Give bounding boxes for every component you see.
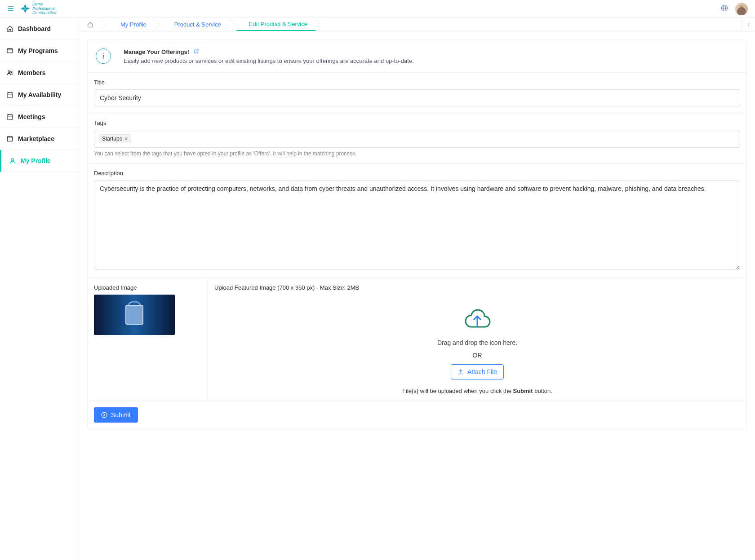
- cloud-upload-icon: [462, 307, 493, 333]
- sidebar-item-label: My Availability: [18, 91, 61, 98]
- breadcrumb-my-profile[interactable]: My Profile: [108, 18, 155, 31]
- main-content: My Profile Product & Service Edit Produc…: [79, 18, 755, 560]
- sidebar-item-meetings[interactable]: Meetings: [0, 106, 79, 128]
- svg-rect-6: [7, 49, 13, 53]
- user-avatar[interactable]: [735, 3, 748, 15]
- info-title: Manage Your Offerings!: [124, 49, 189, 55]
- or-text: OR: [473, 352, 482, 359]
- title-input[interactable]: [94, 89, 740, 106]
- svg-rect-10: [7, 93, 13, 97]
- globe-icon[interactable]: [721, 4, 728, 13]
- sidebar-item-label: My Profile: [21, 157, 51, 164]
- sidebar-item-label: Meetings: [18, 113, 45, 120]
- tag-chip-startups: Startups ✕: [99, 134, 131, 143]
- tags-hint: You can select from the tags that you ha…: [94, 150, 740, 157]
- sidebar-item-my-availability[interactable]: My Availability: [0, 84, 79, 106]
- breadcrumb: My Profile Product & Service Edit Produc…: [79, 18, 755, 31]
- title-section: Title: [88, 73, 746, 113]
- breadcrumb-edit-product-service[interactable]: Edit Product & Service: [236, 18, 316, 31]
- sidebar-item-my-profile[interactable]: My Profile: [0, 150, 79, 172]
- tags-input[interactable]: Startups ✕: [94, 130, 740, 148]
- users-icon: [6, 69, 13, 76]
- upload-featured-label: Upload Featured Image (700 x 350 px) - M…: [214, 284, 359, 291]
- tags-label: Tags: [94, 119, 740, 126]
- logo-text: Demo Professional Communities: [32, 2, 56, 16]
- tag-remove-icon[interactable]: ✕: [124, 136, 128, 142]
- calendar-icon: [6, 113, 13, 120]
- description-textarea[interactable]: [94, 180, 740, 270]
- chevron-left-icon: [746, 22, 751, 27]
- sidebar-item-label: Members: [18, 69, 45, 76]
- submit-section: Submit: [88, 401, 746, 429]
- svg-rect-14: [7, 115, 13, 119]
- arrow-right-circle-icon: [101, 412, 107, 418]
- svg-point-18: [11, 159, 13, 161]
- calendar-icon: [6, 91, 13, 98]
- folder-icon: [6, 47, 13, 54]
- uploaded-image-label: Uploaded Image: [94, 284, 201, 291]
- home-icon: [87, 22, 93, 28]
- svg-point-9: [11, 71, 12, 72]
- attach-file-button[interactable]: Attach File: [451, 364, 504, 379]
- store-icon: [6, 135, 13, 142]
- logo-icon: [20, 3, 31, 14]
- dragdrop-text: Drag and drop the icon here.: [437, 339, 517, 346]
- sidebar: Dashboard My Programs Members My Availab…: [0, 18, 79, 560]
- breadcrumb-home[interactable]: [79, 18, 102, 31]
- tag-label: Startups: [102, 136, 122, 142]
- sidebar-item-members[interactable]: Members: [0, 62, 79, 84]
- upload-icon: [457, 369, 464, 375]
- title-label: Title: [94, 79, 740, 86]
- hamburger-icon[interactable]: [7, 5, 14, 12]
- submit-label: Submit: [111, 411, 131, 419]
- info-icon: i: [96, 49, 111, 64]
- sidebar-item-dashboard[interactable]: Dashboard: [0, 18, 79, 40]
- info-description: Easily add new products or services or e…: [124, 57, 414, 64]
- tags-section: Tags Startups ✕ You can select from the …: [88, 113, 746, 163]
- sidebar-item-label: Dashboard: [18, 25, 51, 32]
- uploaded-image-preview: [94, 295, 175, 335]
- home-icon: [6, 25, 13, 32]
- breadcrumb-product-service[interactable]: Product & Service: [162, 18, 230, 31]
- top-header: Demo Professional Communities: [0, 0, 755, 18]
- logo[interactable]: Demo Professional Communities: [20, 2, 56, 16]
- user-icon: [9, 157, 16, 164]
- edit-panel: i Manage Your Offerings! Easily add new …: [87, 40, 747, 429]
- upload-note: File(s) will be uploaded when you click …: [402, 388, 552, 394]
- breadcrumb-collapse[interactable]: [742, 18, 755, 31]
- svg-point-8: [8, 71, 10, 72]
- external-link-icon[interactable]: [194, 49, 199, 54]
- submit-button[interactable]: Submit: [94, 407, 138, 423]
- description-section: Description: [88, 163, 746, 278]
- sidebar-item-label: Marketplace: [18, 135, 54, 142]
- info-banner: i Manage Your Offerings! Easily add new …: [88, 40, 746, 73]
- attach-file-label: Attach File: [467, 368, 497, 375]
- sidebar-item-label: My Programs: [18, 47, 58, 54]
- upload-section: Uploaded Image Upload Featured Image (70…: [88, 278, 746, 401]
- sidebar-item-my-programs[interactable]: My Programs: [0, 40, 79, 62]
- sidebar-item-marketplace[interactable]: Marketplace: [0, 128, 79, 150]
- description-label: Description: [94, 170, 740, 176]
